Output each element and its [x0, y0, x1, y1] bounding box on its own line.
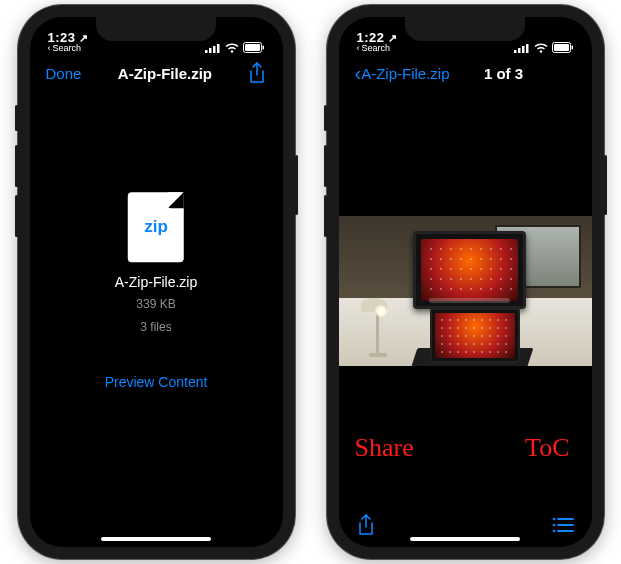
- svg-rect-15: [571, 46, 573, 50]
- done-button[interactable]: Done: [46, 65, 82, 82]
- chevron-left-icon: ‹: [357, 44, 360, 53]
- status-back-to-app[interactable]: ‹ Search: [48, 44, 88, 53]
- zip-file-icon: zip: [128, 192, 184, 262]
- iphone-right: 1:22 ↗ ‹ Search: [327, 5, 604, 559]
- svg-rect-7: [262, 46, 264, 50]
- svg-point-16: [552, 518, 555, 521]
- table-of-contents-button[interactable]: [552, 517, 574, 537]
- svg-rect-3: [217, 44, 220, 53]
- svg-rect-9: [518, 48, 521, 53]
- svg-rect-8: [514, 50, 517, 53]
- svg-rect-2: [213, 46, 216, 53]
- back-button[interactable]: ‹ A-Zip-File.zip: [355, 63, 450, 83]
- page-position: 1 of 3: [484, 65, 523, 82]
- file-count: 3 files: [140, 319, 171, 336]
- home-indicator[interactable]: [410, 537, 520, 541]
- nav-bar: ‹ A-Zip-File.zip 1 of 3: [339, 55, 592, 91]
- list-icon: [552, 517, 574, 533]
- svg-rect-11: [526, 44, 529, 53]
- svg-rect-0: [205, 50, 208, 53]
- home-indicator[interactable]: [101, 537, 211, 541]
- share-button[interactable]: [248, 62, 266, 84]
- file-name: A-Zip-File.zip: [115, 274, 197, 290]
- bottom-toolbar: [339, 507, 592, 547]
- notch: [405, 17, 525, 41]
- battery-icon: [552, 42, 574, 53]
- chevron-left-icon: ‹: [48, 44, 51, 53]
- svg-point-18: [552, 524, 555, 527]
- svg-point-20: [552, 530, 555, 533]
- wifi-icon: [225, 43, 239, 53]
- preview-content-link[interactable]: Preview Content: [105, 374, 208, 390]
- nav-title: A-Zip-File.zip: [118, 65, 212, 82]
- share-icon: [357, 514, 375, 536]
- cellular-signal-icon: [514, 43, 530, 53]
- svg-point-12: [539, 50, 541, 52]
- iphone-left: 1:23 ↗ ‹ Search Do: [18, 5, 295, 559]
- cellular-signal-icon: [205, 43, 221, 53]
- svg-rect-6: [245, 44, 260, 51]
- status-back-to-app[interactable]: ‹ Search: [357, 44, 397, 53]
- battery-icon: [243, 42, 265, 53]
- file-size: 339 KB: [136, 296, 175, 313]
- content-area[interactable]: Share ToC: [339, 91, 592, 507]
- svg-rect-1: [209, 48, 212, 53]
- content-area: zip A-Zip-File.zip 339 KB 3 files Previe…: [30, 91, 283, 547]
- svg-rect-10: [522, 46, 525, 53]
- preview-image[interactable]: [339, 216, 592, 366]
- chevron-left-icon: ‹: [355, 63, 362, 83]
- annotation-share: Share: [355, 433, 414, 463]
- notch: [96, 17, 216, 41]
- share-button[interactable]: [357, 514, 375, 540]
- wifi-icon: [534, 43, 548, 53]
- svg-point-4: [230, 50, 232, 52]
- svg-rect-14: [554, 44, 569, 51]
- share-icon: [248, 62, 266, 84]
- nav-bar: Done A-Zip-File.zip: [30, 55, 283, 91]
- annotation-toc: ToC: [525, 433, 569, 463]
